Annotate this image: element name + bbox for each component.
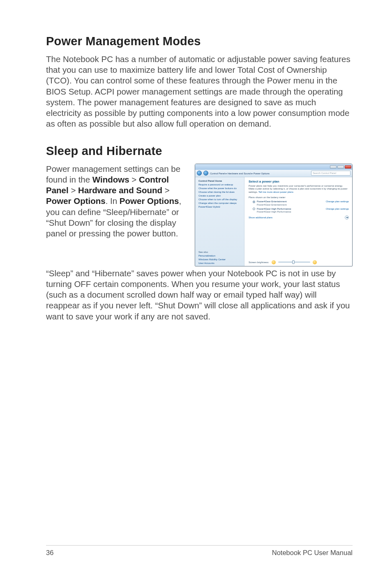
plan-high-performance-sub: Power4Gear High Performance: [257, 211, 349, 213]
close-button[interactable]: [345, 165, 351, 169]
sidebar-turn-off-display[interactable]: Choose when to turn off the display: [198, 198, 242, 201]
sidebar-home[interactable]: Control Panel Home: [198, 180, 242, 182]
plan-name: Power4Gear High Performance: [257, 208, 291, 210]
sun-bright-icon: [313, 260, 317, 264]
main-heading: Select a power plan: [249, 180, 349, 183]
radio-icon[interactable]: [253, 201, 255, 203]
sidebar-personalization[interactable]: Personalization: [198, 254, 242, 257]
paragraph-sleep-description: “Sleep” and “Hibernate” saves power when…: [46, 268, 353, 322]
sidebar-create-plan[interactable]: Create a power plan: [198, 194, 242, 197]
sun-dim-icon: [272, 260, 276, 264]
sidebar-power-buttons[interactable]: Choose what the power buttons do: [198, 187, 242, 190]
sidebar-require-password[interactable]: Require a password on wakeup: [198, 183, 242, 186]
p2-windows: Windows: [92, 175, 129, 184]
heading-power-management: Power Management Modes: [46, 35, 353, 48]
change-plan-settings-link[interactable]: Change plan settings: [326, 200, 349, 203]
p2-gt2: >: [69, 185, 78, 195]
paragraph-settings-path: Power management settings can be found i…: [46, 164, 189, 239]
sidebar-see-also: See also: [198, 251, 242, 253]
sidebar-user-accounts[interactable]: User Accounts: [198, 262, 242, 264]
chevron-down-icon: [345, 215, 349, 220]
p2-gt1: >: [129, 175, 139, 184]
forward-button[interactable]: [203, 171, 208, 176]
brightness-slider[interactable]: [278, 261, 310, 263]
show-more-label: Show additional plans: [249, 216, 272, 219]
breadcrumb[interactable]: Control Panel ▸ Hardware and Sound ▸ Pow…: [210, 172, 270, 175]
p2-gt3: >: [162, 185, 170, 195]
tell-me-more-link[interactable]: Tell me more about power plans: [258, 191, 293, 193]
plan-entertainment-sub: Power4Gear Entertainment: [257, 204, 349, 206]
plan-entertainment[interactable]: Power4Gear Entertainment Change plan set…: [253, 200, 349, 203]
maximize-button[interactable]: [337, 165, 344, 169]
p2-power-options-1: Power Options: [46, 196, 106, 206]
power-options-window: Control Panel ▸ Hardware and Sound ▸ Pow…: [195, 164, 353, 266]
page-number: 36: [46, 549, 53, 557]
brightness-label: Screen brightness:: [249, 261, 269, 264]
sidebar-closing-lid[interactable]: Choose what closing the lid does: [198, 191, 242, 193]
sidebar-power4gear[interactable]: Power4Gear Hybrid: [198, 206, 242, 208]
paragraph-intro: The Notebook PC has a number of automati…: [46, 54, 353, 130]
plans-on-meter-label: Plans shown on the battery meter: [249, 196, 349, 199]
sidebar-mobility-center[interactable]: Windows Mobility Center: [198, 258, 242, 261]
main-description: Power plans can help you maximize your c…: [249, 185, 349, 194]
window-titlebar: [195, 164, 352, 170]
radio-icon[interactable]: [253, 208, 255, 210]
plan-high-performance[interactable]: Power4Gear High Performance Change plan …: [253, 208, 349, 210]
minimize-button[interactable]: [330, 165, 337, 169]
heading-sleep-hibernate: Sleep and Hibernate: [46, 144, 353, 158]
p2-mid: . In: [106, 196, 120, 206]
plan-name: Power4Gear Entertainment: [257, 200, 287, 203]
search-input[interactable]: Search Control Panel: [311, 171, 350, 176]
show-additional-plans[interactable]: Show additional plans: [249, 215, 349, 220]
sidebar: Control Panel Home Require a password on…: [195, 177, 244, 266]
change-plan-settings-link[interactable]: Change plan settings: [326, 208, 349, 210]
p2-hardware-sound: Hardware and Sound: [78, 185, 162, 195]
p2-power-options-2: Power Options: [120, 196, 179, 206]
page-footer: 36 Notebook PC User Manual: [46, 545, 353, 557]
sidebar-computer-sleeps[interactable]: Change when the computer sleeps: [198, 202, 242, 204]
back-button[interactable]: [197, 171, 202, 176]
address-bar: Control Panel ▸ Hardware and Sound ▸ Pow…: [195, 170, 352, 177]
manual-title: Notebook PC User Manual: [272, 549, 353, 557]
main-panel: Select a power plan Power plans can help…: [244, 177, 352, 266]
slider-thumb[interactable]: [292, 260, 295, 264]
